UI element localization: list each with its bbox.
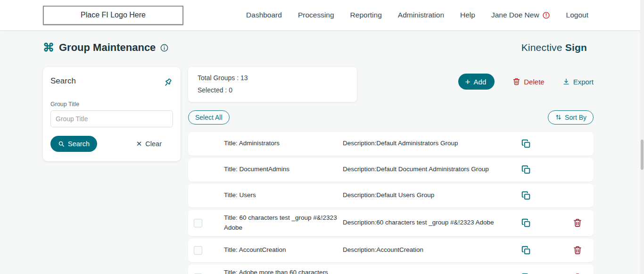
- alert-icon: [542, 11, 550, 19]
- info-icon[interactable]: [160, 43, 169, 52]
- group-description: Description:AccountCreation: [343, 246, 520, 255]
- nav-help[interactable]: Help: [460, 11, 475, 19]
- group-title: Title: Users: [224, 191, 343, 200]
- copy-icon[interactable]: [520, 139, 532, 149]
- list-controls: Select All Sort By: [188, 110, 594, 125]
- group-list-section: Total Groups : 13 Selected : 0 + Add Del…: [188, 67, 594, 274]
- copy-icon[interactable]: [520, 245, 532, 256]
- export-icon: [562, 78, 570, 85]
- row-checkbox-cell: [194, 140, 224, 148]
- group-description: Description:Default Administrators Group: [343, 139, 520, 148]
- sort-by-button[interactable]: Sort By: [548, 110, 594, 125]
- sort-by-label: Sort By: [565, 114, 586, 121]
- search-panel: Search Group Title Search ✕ Clear: [43, 67, 181, 161]
- brand-product: Sign: [565, 42, 587, 53]
- delete-row-icon[interactable]: [572, 245, 583, 255]
- nav-processing[interactable]: Processing: [298, 11, 334, 19]
- row-checkbox-cell: [194, 166, 224, 174]
- row-checkbox-cell: [194, 246, 224, 255]
- group-title: Title: DocumentAdmins: [224, 165, 343, 174]
- brand-logo: Kinective Sign: [521, 42, 587, 53]
- table-row: Title: DocumentAdmins Description:Defaul…: [188, 158, 594, 182]
- clear-button-label: Clear: [145, 140, 162, 148]
- add-button[interactable]: + Add: [458, 74, 495, 90]
- group-title: Title: Adobe more than 60 characters tes…: [224, 268, 343, 274]
- nav-dashboard[interactable]: Dashboard: [246, 11, 282, 19]
- group-title: Title: 60 characters test _group #&!2323…: [224, 213, 343, 233]
- search-button-label: Search: [68, 140, 90, 148]
- delete-button-label: Delete: [524, 78, 544, 86]
- group-description: Description:Default Document Administrat…: [343, 165, 520, 174]
- export-button-label: Export: [573, 78, 594, 86]
- search-icon: [58, 141, 65, 147]
- clear-button[interactable]: ✕ Clear: [136, 140, 162, 148]
- summary-card: Total Groups : 13 Selected : 0: [188, 67, 357, 102]
- row-checkbox-cell: [194, 219, 224, 227]
- toolbar-actions: + Add Delete Export: [458, 74, 594, 90]
- fi-logo-placeholder: Place FI Logo Here: [43, 6, 183, 25]
- pin-icon[interactable]: [160, 75, 175, 91]
- selected-count: Selected : 0: [198, 84, 347, 97]
- page-header: ⌘ Group Maintenance Kinective Sign: [0, 30, 644, 54]
- table-row: Title: Users Description:Default Users G…: [188, 184, 594, 208]
- delete-icon: [512, 77, 520, 86]
- group-list: Title: Administrators Description:Defaul…: [188, 132, 594, 274]
- total-groups-count: Total Groups : 13: [198, 72, 347, 84]
- group-title: Title: AccountCreation: [224, 245, 343, 255]
- search-button[interactable]: Search: [50, 136, 97, 152]
- select-all-button[interactable]: Select All: [188, 110, 230, 125]
- select-all-label: Select All: [195, 114, 223, 121]
- group-description: Description:60 characters test _group #&…: [343, 218, 520, 227]
- table-row: Title: Administrators Description:Defaul…: [188, 132, 594, 156]
- fi-logo-text: Place FI Logo Here: [81, 11, 146, 19]
- nav-logout[interactable]: Logout: [566, 11, 588, 19]
- brand-name: Kinective: [521, 42, 562, 53]
- table-row: Title: Adobe more than 60 characters tes…: [188, 265, 594, 274]
- copy-icon[interactable]: [520, 218, 532, 228]
- group-title-input[interactable]: [50, 110, 173, 127]
- user-name: Jane Doe New: [491, 11, 539, 19]
- row-checkbox[interactable]: [194, 219, 202, 227]
- copy-icon[interactable]: [520, 165, 532, 175]
- sort-icon: [555, 114, 562, 121]
- user-menu[interactable]: Jane Doe New: [491, 11, 550, 19]
- nav-administration[interactable]: Administration: [398, 11, 444, 19]
- group-title: Title: Administrators: [224, 139, 343, 149]
- delete-button[interactable]: Delete: [512, 77, 544, 86]
- delete-row-icon[interactable]: [572, 218, 583, 228]
- clear-icon: ✕: [136, 140, 142, 148]
- scrollbar-thumb[interactable]: [641, 140, 644, 170]
- group-maintenance-icon: ⌘: [43, 42, 54, 53]
- copy-icon[interactable]: [520, 191, 532, 201]
- vertical-scrollbar[interactable]: [640, 0, 644, 274]
- export-button[interactable]: Export: [562, 78, 594, 86]
- nav-reporting[interactable]: Reporting: [350, 11, 382, 19]
- search-panel-title: Search: [50, 76, 76, 86]
- row-checkbox[interactable]: [194, 246, 202, 255]
- top-navigation: Place FI Logo Here Dashboard Processing …: [0, 0, 644, 30]
- table-row: Title: AccountCreation Description:Accou…: [188, 239, 594, 262]
- group-title-label: Group Title: [50, 101, 173, 108]
- main-nav: Dashboard Processing Reporting Administr…: [246, 11, 588, 19]
- copy-icon[interactable]: [520, 273, 532, 274]
- table-row: Title: 60 characters test _group #&!2323…: [188, 210, 594, 236]
- page-title: Group Maintenance: [59, 42, 156, 54]
- row-checkbox-cell: [194, 191, 224, 200]
- group-description: Description:Default Users Group: [343, 191, 520, 200]
- add-icon: +: [465, 77, 470, 86]
- content-area: Search Group Title Search ✕ Clear Total …: [0, 67, 644, 274]
- add-button-label: Add: [474, 78, 487, 86]
